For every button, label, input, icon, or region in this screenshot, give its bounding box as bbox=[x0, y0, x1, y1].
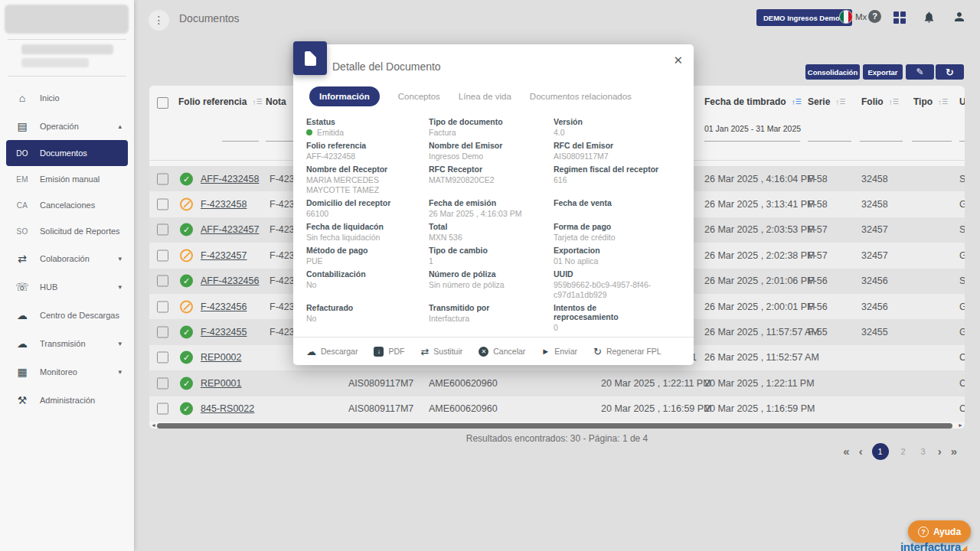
notifications-bell-icon[interactable] bbox=[923, 11, 936, 27]
apps-grid-icon[interactable] bbox=[893, 11, 906, 24]
filter-folio[interactable] bbox=[860, 124, 903, 142]
field-value: Sin fecha liquidación bbox=[306, 233, 421, 243]
sidebar-item-solicitud-de-reportes[interactable]: SO Solicitud de Reportes bbox=[0, 218, 134, 244]
row-checkbox[interactable] bbox=[157, 352, 168, 364]
row-checkbox[interactable] bbox=[157, 276, 168, 287]
sidebar-item-cancelaciones[interactable]: CA Cancelaciones bbox=[0, 192, 134, 218]
cancelar-button[interactable]: ✕ Cancelar bbox=[479, 347, 525, 357]
scrollbar-thumb[interactable] bbox=[157, 423, 952, 429]
exportar-button[interactable]: Exportar bbox=[863, 64, 903, 80]
scroll-right-icon[interactable]: ► bbox=[958, 422, 963, 428]
sidebar-item-inicio[interactable]: ⌂ Inicio bbox=[0, 83, 134, 112]
ayuda-button[interactable]: ? Ayuda bbox=[908, 520, 971, 543]
row-checkbox[interactable] bbox=[157, 377, 168, 389]
folio-referencia-link[interactable]: 845-RS0022 bbox=[201, 403, 254, 414]
folio-referencia-link[interactable]: AFF-4232456 bbox=[201, 276, 259, 286]
sort-icon[interactable] bbox=[938, 99, 947, 106]
field-value: 959b9662-b0c9-4957-8f46-c97d1a1db929 bbox=[554, 280, 662, 300]
folio-referencia-link[interactable]: AFF-4232458 bbox=[201, 174, 259, 184]
horizontal-scrollbar[interactable]: ◄ ► bbox=[149, 422, 965, 429]
first-page-button[interactable]: « bbox=[843, 443, 849, 460]
filter-serie[interactable] bbox=[808, 124, 851, 142]
sort-icon[interactable] bbox=[835, 99, 844, 106]
filter-tipo[interactable] bbox=[912, 124, 952, 142]
sidebar-item-label: Cancelaciones bbox=[40, 201, 95, 210]
field-label: Nombre del Receptor bbox=[306, 165, 421, 174]
company-name bbox=[21, 44, 113, 54]
page-number-button[interactable]: 2 bbox=[898, 443, 909, 460]
column-header-nota[interactable]: Nota bbox=[266, 96, 286, 107]
descargar-button[interactable]: ☁ Descargar bbox=[306, 347, 358, 357]
user-profile-icon[interactable] bbox=[952, 10, 966, 27]
sidebar-item-transmision[interactable]: ☁ Transmisión ▾ bbox=[0, 329, 134, 357]
close-icon[interactable]: ✕ bbox=[673, 54, 683, 67]
folio-referencia-link[interactable]: AFF-4232457 bbox=[201, 224, 259, 235]
select-all-checkbox[interactable] bbox=[157, 97, 168, 109]
row-checkbox[interactable] bbox=[157, 224, 168, 236]
previous-page-button[interactable]: ‹ bbox=[859, 443, 863, 460]
scroll-left-icon[interactable]: ◄ bbox=[151, 422, 156, 428]
locale-label[interactable]: Mx bbox=[855, 12, 867, 21]
sidebar-item-monitoreo[interactable]: ▦ Monitoreo ▾ bbox=[0, 357, 134, 386]
account-selector-button[interactable]: DEMO Ingresos Demo ▾ bbox=[756, 9, 852, 26]
column-header-folio-referencia[interactable]: Folio referencia bbox=[178, 96, 261, 107]
sidebar-item-administracion[interactable]: ⚒ Administración bbox=[0, 386, 134, 414]
sidebar-item-centro-de-descargas[interactable]: ☁ Centro de Descargas bbox=[0, 301, 134, 329]
field-label: Número de póliza bbox=[429, 269, 546, 279]
fecha-timbrado-cell: 26 Mar 2025 , 2:02:38 PM bbox=[704, 250, 815, 261]
table-row[interactable]: 845-RS0022 AIS0809117M7 AME600620960 20 … bbox=[149, 396, 965, 422]
folio-referencia-link[interactable]: REP0001 bbox=[201, 378, 242, 389]
tab-conceptos[interactable]: Conceptos bbox=[398, 92, 440, 101]
column-header-fecha-de-timbrado[interactable]: Fecha de timbrado bbox=[704, 96, 801, 107]
field-value: 4.0 bbox=[554, 128, 662, 138]
page-number-button[interactable]: 1 bbox=[872, 443, 889, 460]
sustituir-button[interactable]: ⇄ Sustituir bbox=[420, 347, 462, 357]
row-checkbox[interactable] bbox=[157, 249, 168, 261]
sidebar-item-hub[interactable]: ☏ HUB ▾ bbox=[0, 272, 134, 301]
detail-field: Estatus Emitida bbox=[306, 117, 429, 138]
sort-icon[interactable] bbox=[792, 99, 801, 106]
last-page-button[interactable]: » bbox=[951, 443, 957, 460]
row-checkbox[interactable] bbox=[157, 301, 168, 312]
folio-cell: 32455 bbox=[861, 327, 888, 337]
row-checkbox[interactable] bbox=[157, 327, 168, 338]
column-header-tipo[interactable]: Tipo bbox=[913, 96, 947, 107]
help-icon[interactable]: ? bbox=[868, 10, 881, 23]
tab-linea-de-vida[interactable]: Línea de vida bbox=[459, 92, 511, 101]
column-header-folio[interactable]: Folio bbox=[861, 96, 898, 107]
refresh-button[interactable]: ↻ bbox=[936, 64, 964, 80]
filter-folio-referencia[interactable] bbox=[222, 124, 259, 142]
sidebar-item-operacion[interactable]: ▤ Operación ▴ bbox=[0, 112, 134, 140]
field-value: 66100 bbox=[306, 209, 421, 219]
filter-fecha-de-timbrado[interactable]: 01 Jan 2025 - 31 Mar 2025 bbox=[704, 124, 800, 142]
filter-u[interactable] bbox=[959, 124, 965, 142]
sidebar-item-colaboracion[interactable]: ⇄ Colaboración ▾ bbox=[0, 244, 134, 272]
sort-icon[interactable] bbox=[252, 99, 261, 106]
consolidacion-button[interactable]: Consolidación bbox=[805, 64, 860, 80]
field-label: Regimen fiscal del receptor bbox=[554, 165, 662, 174]
column-header-serie[interactable]: Serie bbox=[808, 96, 844, 107]
column-header-u[interactable]: U bbox=[959, 96, 965, 107]
folio-referencia-link[interactable]: REP0002 bbox=[201, 352, 242, 363]
sort-icon[interactable] bbox=[889, 99, 898, 106]
table-row[interactable]: REP0001 AIS0809117M7 AME600620960 20 Mar… bbox=[149, 370, 965, 396]
enviar-button[interactable]: ► Enviar bbox=[541, 347, 577, 357]
folio-referencia-link[interactable]: F-4232457 bbox=[201, 250, 247, 261]
row-checkbox[interactable] bbox=[157, 173, 168, 184]
page-menu-button[interactable]: ⋮ bbox=[149, 10, 169, 31]
tab-informacion[interactable]: Información bbox=[309, 86, 380, 106]
folio-referencia-link[interactable]: F-4232455 bbox=[201, 327, 247, 337]
folio-referencia-link[interactable]: F-4232458 bbox=[201, 199, 247, 210]
next-page-button[interactable]: › bbox=[938, 443, 942, 460]
row-checkbox[interactable] bbox=[157, 403, 168, 415]
row-checkbox[interactable] bbox=[157, 199, 168, 210]
folio-referencia-link[interactable]: F-4232456 bbox=[201, 302, 247, 312]
regenerar-fpl-button[interactable]: ↻ Regenerar FPL bbox=[593, 347, 662, 357]
page-number-button[interactable]: 3 bbox=[918, 443, 929, 460]
pdf-button[interactable]: ↓ PDF bbox=[374, 347, 404, 357]
detail-field: Fecha de liquidacón Sin fecha liquidació… bbox=[306, 222, 429, 243]
sidebar-item-documentos[interactable]: DO Documentos bbox=[6, 140, 128, 166]
sidebar-item-emision-manual[interactable]: EM Emisión manual bbox=[0, 166, 134, 192]
tab-documentos-relacionados[interactable]: Documentos relacionados bbox=[530, 92, 632, 101]
edit-pencil-button[interactable]: ✎ bbox=[906, 64, 934, 80]
